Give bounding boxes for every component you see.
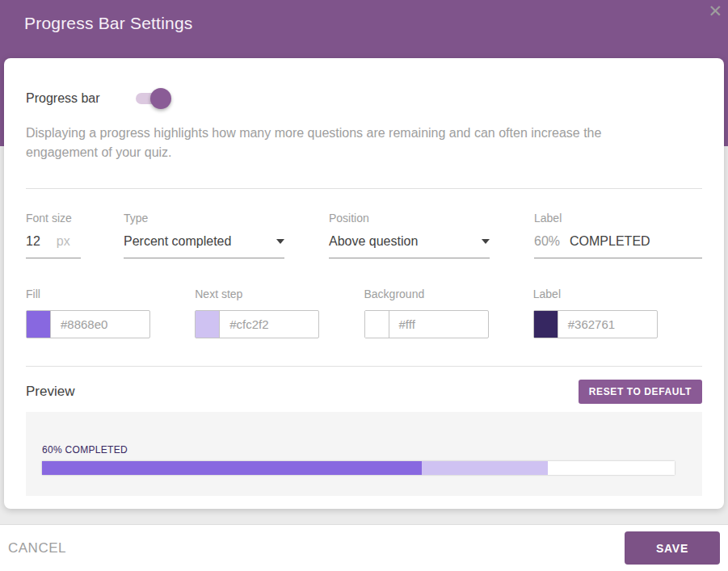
fill-color-label: Fill	[26, 288, 195, 300]
background-color-label: Background	[364, 288, 533, 300]
preview-bar-text: 60% COMPLETED	[42, 444, 675, 456]
next-step-color-swatch[interactable]	[196, 311, 220, 338]
fill-color-field: Fill #8868e0	[26, 288, 195, 338]
font-size-input[interactable]: 12 px	[26, 234, 81, 258]
preview-header: Preview RESET TO DEFAULT	[26, 380, 702, 404]
font-size-field: Font size 12 px	[26, 212, 124, 258]
font-size-unit: px	[57, 234, 70, 249]
fill-color-input-group: #8868e0	[26, 310, 150, 338]
background-color-swatch[interactable]	[365, 311, 389, 338]
next-step-color-input-group: #cfc2f2	[195, 310, 319, 338]
next-step-color-label: Next step	[195, 288, 364, 300]
progress-bar-toggle-label: Progress bar	[26, 91, 100, 106]
chevron-down-icon	[482, 239, 490, 244]
background-color-input-group: #fff	[364, 310, 489, 338]
settings-card: Progress bar Displaying a progress highl…	[4, 58, 724, 509]
bar-label-prefix: 60%	[534, 234, 560, 249]
preview-heading: Preview	[26, 384, 74, 400]
toggle-knob	[150, 88, 171, 109]
fill-color-value-input[interactable]: #8868e0	[51, 311, 149, 338]
modal-title: Progress Bar Settings	[0, 0, 728, 33]
bar-label-value: COMPLETED	[570, 234, 650, 249]
reset-to-default-button[interactable]: RESET TO DEFAULT	[579, 380, 702, 404]
position-select[interactable]: Above question	[329, 234, 490, 258]
cancel-button[interactable]: CANCEL	[8, 540, 66, 556]
bar-label-label: Label	[534, 212, 702, 225]
settings-row: Font size 12 px Type Percent completed P…	[26, 212, 702, 258]
progress-next-step-segment	[422, 461, 549, 475]
background-color-field: Background #fff	[364, 288, 533, 338]
type-label: Type	[124, 212, 329, 225]
close-icon[interactable]: ✕	[708, 2, 722, 19]
label-color-label: Label	[533, 288, 702, 300]
label-color-swatch[interactable]	[534, 311, 558, 338]
progress-bar-toggle-row: Progress bar	[26, 85, 702, 112]
divider	[26, 366, 702, 367]
label-color-value-input[interactable]: #362761	[558, 311, 657, 338]
position-field: Position Above question	[329, 212, 534, 258]
colors-row: Fill #8868e0 Next step #cfc2f2 Backgroun…	[26, 288, 702, 338]
divider	[26, 188, 702, 189]
background-color-value-input[interactable]: #fff	[389, 311, 488, 338]
label-color-input-group: #362761	[533, 310, 658, 338]
font-size-label: Font size	[26, 212, 124, 225]
bar-label-field: Label 60% COMPLETED	[534, 212, 702, 258]
description-text: Displaying a progress highlights how man…	[26, 124, 676, 162]
font-size-value: 12	[26, 234, 40, 249]
type-select[interactable]: Percent completed	[124, 234, 284, 258]
position-selected-value: Above question	[329, 234, 418, 249]
save-button[interactable]: SAVE	[625, 531, 720, 565]
label-color-field: Label #362761	[533, 288, 702, 338]
position-label: Position	[329, 212, 534, 225]
type-selected-value: Percent completed	[124, 234, 231, 249]
modal-footer: CANCEL SAVE	[0, 525, 728, 571]
next-step-color-field: Next step #cfc2f2	[195, 288, 364, 338]
chevron-down-icon	[276, 239, 284, 244]
progress-bar-toggle[interactable]	[136, 90, 168, 107]
preview-box: 60% COMPLETED	[26, 412, 702, 496]
next-step-color-value-input[interactable]: #cfc2f2	[220, 311, 318, 338]
type-field: Type Percent completed	[124, 212, 329, 258]
fill-color-swatch[interactable]	[27, 311, 51, 338]
bar-label-input[interactable]: 60% COMPLETED	[534, 234, 702, 258]
progress-fill-segment	[42, 461, 422, 475]
preview-progress-bar	[42, 461, 675, 475]
